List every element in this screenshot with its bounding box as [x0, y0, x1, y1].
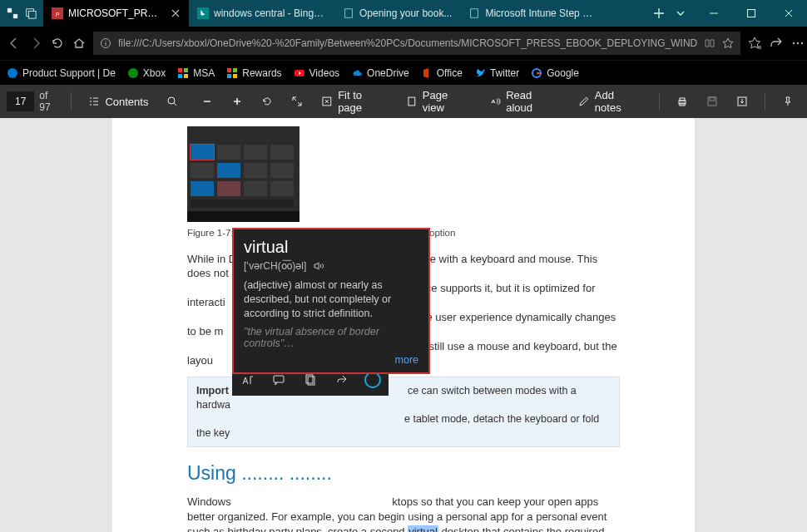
- page-number-input[interactable]: 17: [7, 91, 34, 111]
- svg-point-15: [128, 68, 138, 78]
- share-button[interactable]: [769, 30, 784, 57]
- home-button[interactable]: [72, 30, 87, 57]
- svg-rect-21: [233, 68, 237, 72]
- favorites-list-button[interactable]: [747, 30, 762, 57]
- example-text: "the virtual absence of border controls"…: [244, 326, 418, 349]
- add-notes-button[interactable]: Add notes: [572, 89, 649, 114]
- favorite-link[interactable]: MSA: [177, 67, 215, 79]
- tab-4[interactable]: Microsoft Intune Step By S: [460, 0, 606, 27]
- svg-rect-33: [710, 97, 715, 101]
- window-minimize-button[interactable]: [695, 0, 732, 27]
- speaker-icon[interactable]: [313, 260, 324, 272]
- tab-3[interactable]: Opening your book...: [334, 0, 460, 27]
- svg-rect-22: [227, 74, 231, 78]
- favorite-link[interactable]: Xbox: [127, 67, 166, 79]
- pdf-icon: P: [52, 7, 63, 19]
- page-view-button[interactable]: Page view: [399, 89, 478, 114]
- svg-rect-18: [178, 74, 182, 78]
- print-button[interactable]: [670, 89, 695, 114]
- tab-2[interactable]: windows central - Bing Ne: [189, 0, 334, 27]
- window-maximize-button[interactable]: [732, 0, 770, 27]
- favorite-link[interactable]: OneDrive: [351, 67, 409, 79]
- svg-point-26: [168, 97, 175, 104]
- body-text: Windows ktops so that you can keep your …: [187, 495, 620, 532]
- favorite-link[interactable]: Google: [531, 67, 579, 79]
- svg-rect-0: [7, 8, 12, 12]
- favorites-bar: Product Support | De Xbox MSA Rewards Vi…: [0, 60, 807, 85]
- twitter-icon: [474, 67, 486, 79]
- onedrive-icon: [351, 67, 363, 79]
- favorite-star-icon[interactable]: [722, 37, 734, 49]
- window-close-button[interactable]: [770, 0, 807, 27]
- cortana-icon: [364, 372, 381, 388]
- rotate-button[interactable]: [255, 89, 280, 114]
- site-info-icon[interactable]: [100, 37, 111, 49]
- generic-page-icon: [468, 7, 480, 19]
- tab-actions-button[interactable]: [675, 7, 686, 19]
- svg-rect-19: [184, 74, 188, 78]
- svg-rect-1: [13, 14, 17, 18]
- dictionary-word: virtual: [244, 238, 418, 257]
- bing-icon: [197, 7, 209, 19]
- google-icon: [531, 67, 542, 79]
- fit-to-page-button[interactable]: Fit to page: [314, 89, 394, 114]
- favorite-link[interactable]: Twitter: [474, 67, 519, 79]
- zoom-in-button[interactable]: [225, 89, 250, 114]
- svg-rect-16: [178, 68, 182, 72]
- pronunciation-text: [ˈvərCH(o͞o)əl]: [244, 260, 306, 272]
- section-heading: Using ........ ........: [187, 461, 620, 486]
- settings-more-button[interactable]: [790, 30, 805, 57]
- svg-rect-9: [747, 10, 755, 17]
- close-icon[interactable]: [167, 8, 181, 18]
- app-system-icon-2: [25, 7, 37, 19]
- contents-button[interactable]: Contents: [82, 89, 155, 114]
- tab-1[interactable]: P MICROSOFT_PRESS_EB: [43, 0, 189, 27]
- more-link[interactable]: more: [244, 354, 418, 366]
- svg-rect-20: [227, 68, 231, 72]
- tab-label: Opening your book...: [359, 7, 452, 19]
- save-button[interactable]: [700, 89, 725, 114]
- refresh-button[interactable]: [50, 30, 65, 57]
- favorite-link[interactable]: Product Support | De: [7, 67, 116, 79]
- back-button[interactable]: [7, 30, 22, 57]
- svg-rect-17: [184, 68, 188, 72]
- ms-icon: [226, 67, 238, 79]
- save-as-button[interactable]: [730, 89, 755, 114]
- new-tab-button[interactable]: [653, 7, 665, 19]
- svg-point-14: [7, 68, 17, 78]
- tab-label: windows central - Bing Ne: [214, 7, 326, 19]
- favorite-link[interactable]: Office: [421, 67, 463, 79]
- dictionary-popup: virtual [ˈvərCH(o͞o)əl] (adjective) almo…: [232, 228, 430, 374]
- tab-label: MICROSOFT_PRESS_EB: [68, 7, 162, 19]
- page-total-label: of 97: [39, 90, 61, 113]
- svg-rect-7: [345, 9, 353, 18]
- search-button[interactable]: [160, 89, 185, 114]
- read-aloud-button[interactable]: Read aloud: [483, 89, 567, 114]
- fullscreen-button[interactable]: [285, 89, 309, 114]
- svg-rect-8: [471, 9, 478, 18]
- svg-rect-35: [274, 376, 284, 382]
- youtube-icon: [294, 67, 305, 79]
- highlighted-word[interactable]: virtual: [408, 525, 438, 532]
- url-text: file:///C:/Users/xboxl/OneDrive%20-%20Fa…: [118, 37, 697, 49]
- svg-rect-28: [408, 97, 415, 106]
- forward-button[interactable]: [28, 30, 43, 57]
- xbox-icon: [127, 67, 139, 79]
- svg-point-13: [801, 42, 803, 44]
- pin-toolbar-button[interactable]: [775, 89, 800, 114]
- address-bar[interactable]: file:///C:/Users/xboxl/OneDrive%20-%20Fa…: [93, 32, 740, 55]
- reading-view-icon[interactable]: [704, 37, 715, 49]
- svg-rect-3: [28, 11, 36, 18]
- svg-text:P: P: [56, 12, 60, 17]
- ms-icon: [177, 67, 189, 79]
- svg-rect-23: [233, 74, 237, 78]
- pdf-toolbar: 17 of 97 Contents Fit to page Page view …: [0, 85, 807, 118]
- office-icon: [421, 67, 433, 79]
- tab-label: Microsoft Intune Step By S: [485, 7, 597, 19]
- zoom-out-button[interactable]: [195, 89, 220, 114]
- generic-page-icon: [343, 7, 354, 19]
- favorite-link[interactable]: Videos: [294, 67, 339, 79]
- favorite-link[interactable]: Rewards: [226, 67, 281, 79]
- svg-rect-30: [680, 98, 685, 101]
- dell-icon: [7, 67, 18, 79]
